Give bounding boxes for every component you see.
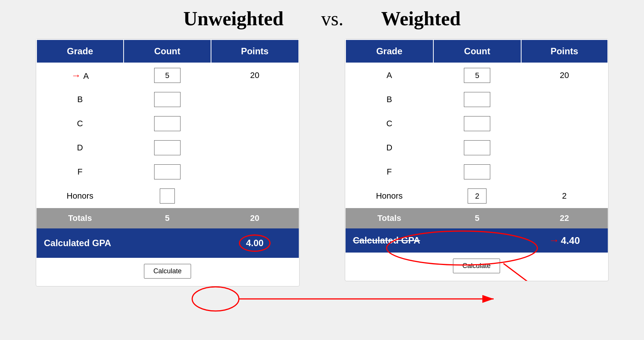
w-totals-count: 5 xyxy=(433,208,521,228)
w-points-honors: 2 xyxy=(521,184,608,208)
w-count-b-cell xyxy=(433,87,521,112)
weighted-table: Grade Count Points A 20 B xyxy=(345,39,608,253)
weighted-calculator: Grade Count Points A 20 B xyxy=(345,39,609,281)
w-header-grade: Grade xyxy=(346,40,433,63)
w-row-a: A 20 xyxy=(346,63,608,87)
uw-count-d-cell xyxy=(124,136,211,160)
w-count-a-cell xyxy=(433,63,521,87)
uw-grade-f: F xyxy=(37,160,124,184)
w-grade-c: C xyxy=(346,112,433,136)
uw-points-f xyxy=(211,160,299,184)
w-totals-row: Totals 5 22 xyxy=(346,208,608,228)
uw-gpa-row: Calculated GPA 4.00 xyxy=(37,228,299,258)
w-row-d: D xyxy=(346,136,608,160)
w-count-c-input[interactable] xyxy=(464,116,490,131)
uw-gpa-value: 4.00 xyxy=(211,228,299,258)
w-count-honors-cell xyxy=(433,184,521,208)
uw-count-c-cell xyxy=(124,112,211,136)
w-count-f-cell xyxy=(433,160,521,184)
uw-grade-a: →A xyxy=(37,63,124,87)
uw-count-honors-input[interactable] xyxy=(160,188,175,204)
w-totals-points: 22 xyxy=(521,208,608,228)
w-points-a: 20 xyxy=(521,63,608,87)
uw-row-c: C xyxy=(37,112,299,136)
w-count-honors-input[interactable] xyxy=(468,188,486,204)
uw-header-grade: Grade xyxy=(37,40,124,63)
unweighted-calculator: Grade Count Points →A 20 xyxy=(36,39,300,286)
uw-header-points: Points xyxy=(211,40,299,63)
w-totals-label: Totals xyxy=(346,208,433,228)
uw-calculate-button[interactable]: Calculate xyxy=(144,264,191,279)
w-count-a-input[interactable] xyxy=(464,68,490,83)
uw-count-honors-cell xyxy=(124,184,211,208)
uw-totals-count: 5 xyxy=(124,208,211,228)
uw-count-b-input[interactable] xyxy=(154,92,181,107)
uw-count-c-input[interactable] xyxy=(154,116,181,131)
uw-row-d: D xyxy=(37,136,299,160)
w-grade-b: B xyxy=(346,87,433,112)
w-row-b: B xyxy=(346,87,608,112)
uw-points-a: 20 xyxy=(211,63,299,87)
w-header-points: Points xyxy=(521,40,608,63)
w-count-f-input[interactable] xyxy=(464,164,490,179)
unweighted-title: Unweighted xyxy=(184,8,284,30)
w-gpa-value: →4.40 xyxy=(521,228,608,253)
w-points-f xyxy=(521,160,608,184)
uw-count-d-input[interactable] xyxy=(154,140,181,155)
uw-totals-label: Totals xyxy=(37,208,124,228)
uw-points-b xyxy=(211,87,299,112)
w-header-count: Count xyxy=(433,40,521,63)
w-count-d-input[interactable] xyxy=(464,140,490,155)
w-gpa-label: Calculated GPA xyxy=(346,228,521,253)
vs-text: vs. xyxy=(321,8,343,30)
uw-row-f: F xyxy=(37,160,299,184)
w-count-b-input[interactable] xyxy=(464,92,490,107)
w-count-c-cell xyxy=(433,112,521,136)
w-row-honors: Honors 2 xyxy=(346,184,608,208)
uw-points-honors xyxy=(211,184,299,208)
svg-point-3 xyxy=(192,287,239,311)
uw-count-f-input[interactable] xyxy=(154,164,181,179)
w-gpa-row: Calculated GPA →4.40 xyxy=(346,228,608,253)
uw-gpa-value-circled: 4.00 xyxy=(239,234,271,252)
uw-count-a-cell xyxy=(124,63,211,87)
w-points-c xyxy=(521,112,608,136)
w-count-d-cell xyxy=(433,136,521,160)
uw-header-count: Count xyxy=(124,40,211,63)
uw-count-a-input[interactable] xyxy=(154,68,181,83)
uw-gpa-label: Calculated GPA xyxy=(37,228,211,258)
w-grade-f: F xyxy=(346,160,433,184)
w-gpa-arrow: → xyxy=(549,234,559,246)
uw-points-d xyxy=(211,136,299,160)
uw-count-f-cell xyxy=(124,160,211,184)
w-row-f: F xyxy=(346,160,608,184)
uw-totals-row: Totals 5 20 xyxy=(37,208,299,228)
uw-row-a: →A 20 xyxy=(37,63,299,87)
w-points-d xyxy=(521,136,608,160)
weighted-title: Weighted xyxy=(381,8,461,30)
w-grade-honors: Honors xyxy=(346,184,433,208)
uw-grade-d: D xyxy=(37,136,124,160)
uw-grade-b: B xyxy=(37,87,124,112)
uw-row-honors: Honors xyxy=(37,184,299,208)
uw-points-c xyxy=(211,112,299,136)
uw-grade-honors: Honors xyxy=(37,184,124,208)
w-points-b xyxy=(521,87,608,112)
w-gpa-value-text: 4.40 xyxy=(561,235,580,246)
uw-totals-points: 20 xyxy=(211,208,299,228)
uw-count-b-cell xyxy=(124,87,211,112)
w-grade-a: A xyxy=(346,63,433,87)
uw-row-b: B xyxy=(37,87,299,112)
w-calculate-button[interactable]: Calculate xyxy=(453,259,500,273)
unweighted-table: Grade Count Points →A 20 xyxy=(36,39,299,258)
w-row-c: C xyxy=(346,112,608,136)
uw-grade-c: C xyxy=(37,112,124,136)
w-grade-d: D xyxy=(346,136,433,160)
